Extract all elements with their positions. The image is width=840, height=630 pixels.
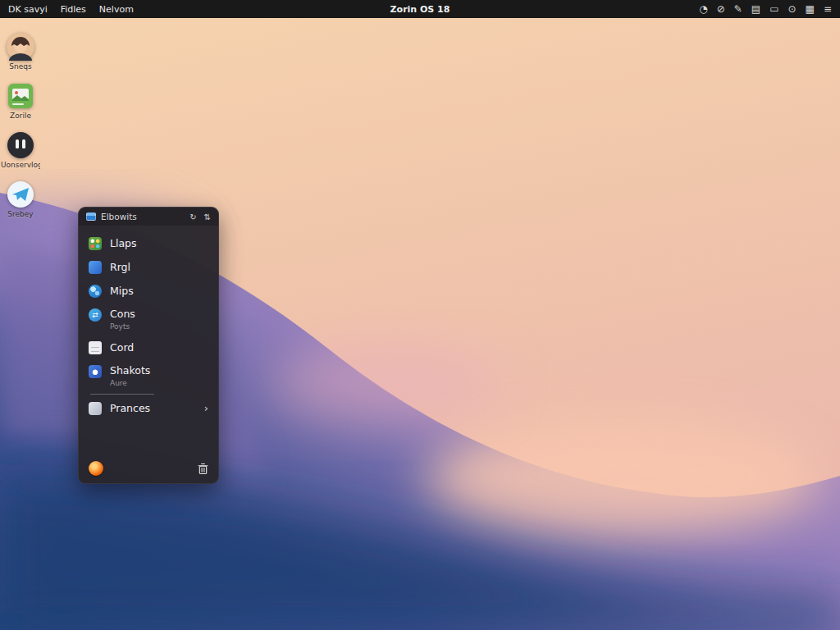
menu-item-subtext: Poyts	[110, 322, 135, 331]
desktop-icon-photos-app[interactable]: Zorile	[1, 82, 40, 121]
menu-item-maps[interactable]: Mips	[79, 279, 218, 303]
browser-icon[interactable]	[89, 461, 103, 476]
menu-item-label: Rrgl	[110, 261, 130, 273]
trash-icon[interactable]	[198, 463, 208, 475]
menu-item-label: Cord	[110, 341, 134, 354]
files-icon	[89, 402, 102, 415]
apps-grid-icon	[89, 237, 102, 250]
desktop-icon-label: Srebey	[7, 211, 33, 219]
avatar-icon	[7, 33, 34, 61]
chevron-right-icon: ›	[204, 402, 208, 414]
menu-item-label: Mips	[110, 285, 134, 297]
desktop-icon-column: Sneqs Zorile Uonservlog	[1, 33, 40, 219]
menu-item-label: Llaps	[110, 237, 137, 249]
screenshot-icon	[89, 365, 102, 378]
topbar-menus: DK savyi Fidles Nelvom	[0, 4, 134, 15]
menu-divider	[90, 394, 154, 395]
menu-item-subtext: Aure	[110, 379, 150, 387]
globe-icon	[89, 285, 102, 298]
menu-item-list: Llaps Rrgl Mips Cons Poyts Cord Shakots	[79, 226, 218, 420]
desktop-icon-user[interactable]: Sneqs	[1, 33, 40, 71]
menu-item-label: Cons	[110, 308, 135, 320]
desktop-icon-label: Zorile	[10, 112, 31, 121]
record-icon[interactable]: ⊙	[788, 0, 797, 18]
grid-icon[interactable]: ▦	[806, 0, 815, 18]
sync-icon	[89, 308, 102, 322]
desktop-icon-media[interactable]: Uonservlog	[1, 131, 40, 170]
topbar-status-area: ◔ ⊘ ✎ ▤ ▭ ⊙ ▦ ≡	[699, 0, 840, 18]
top-bar: DK savyi Fidles Nelvom Zorin OS 18 ◔ ⊘ ✎…	[0, 0, 840, 18]
menu-item-label: Prances	[110, 402, 150, 414]
menu-item-document[interactable]: Cord	[79, 336, 218, 359]
menu-header: Elbowits ↻ ⇅	[79, 208, 218, 226]
menu-item-screenshot[interactable]: Shakots Aure	[79, 359, 218, 392]
refresh-icon[interactable]: ↻	[189, 212, 196, 221]
context-menu-panel: Elbowits ↻ ⇅ Llaps Rrgl Mips Cons Poyts	[78, 207, 219, 484]
topbar-title: Zorin OS 18	[390, 4, 450, 15]
topbar-menu-view[interactable]: Nelvom	[99, 4, 134, 15]
sort-icon[interactable]: ⇅	[204, 212, 211, 221]
document-icon	[89, 341, 102, 354]
status-circle-icon[interactable]: ◔	[699, 0, 707, 18]
menu-icon[interactable]: ≡	[824, 0, 832, 18]
battery-icon[interactable]: ▭	[769, 0, 778, 18]
edit-icon[interactable]: ✎	[734, 0, 742, 18]
menu-item-cons[interactable]: Cons Poyts	[79, 303, 218, 336]
window-icon	[86, 212, 96, 221]
desktop-icon-label: Sneqs	[9, 63, 31, 71]
app-icon	[89, 261, 102, 274]
keyboard-icon[interactable]: ▤	[751, 0, 760, 18]
menu-title: Elbowits	[101, 212, 137, 221]
menu-item-files-submenu[interactable]: Prances ›	[79, 396, 218, 420]
menu-header-actions: ↻ ⇅	[189, 212, 211, 221]
desktop-icon-messenger[interactable]: Srebey	[1, 180, 40, 219]
photo-app-icon	[7, 82, 34, 110]
desktop-icon-label: Uonservlog	[1, 162, 40, 170]
paper-plane-icon	[7, 180, 34, 208]
menu-footer	[79, 456, 218, 483]
pause-circle-icon	[7, 131, 34, 159]
menu-item-label: Shakots	[110, 364, 150, 377]
do-not-disturb-icon[interactable]: ⊘	[717, 0, 725, 18]
menu-item-app[interactable]: Rrgl	[79, 255, 218, 279]
topbar-menu-files[interactable]: Fidles	[61, 4, 86, 15]
menu-item-apps[interactable]: Llaps	[79, 231, 218, 255]
topbar-menu-app[interactable]: DK savyi	[8, 4, 48, 15]
